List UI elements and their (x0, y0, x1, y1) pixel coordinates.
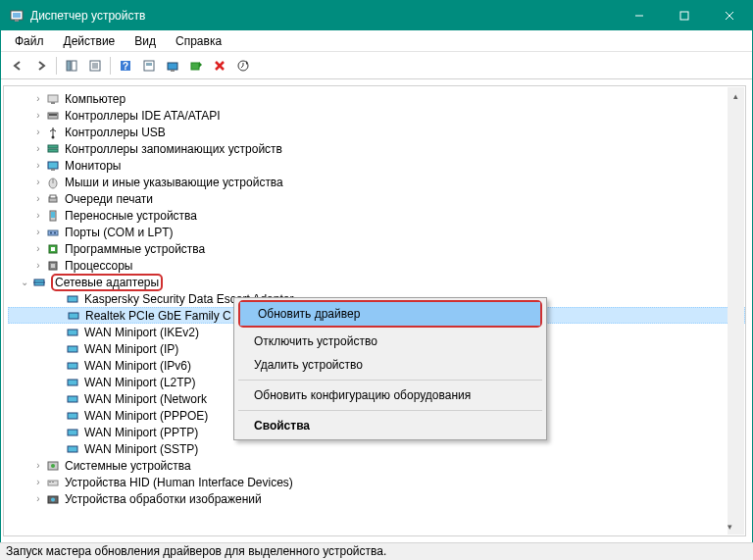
tree-item[interactable]: ›Устройства HID (Human Interface Devices… (8, 474, 745, 490)
minimize-button[interactable] (617, 1, 662, 30)
svg-rect-50 (68, 346, 77, 352)
svg-rect-4 (680, 12, 688, 20)
tree-item[interactable]: ›Процессоры (8, 257, 745, 274)
separator (238, 380, 542, 381)
usb-icon (45, 125, 61, 140)
close-button[interactable] (707, 1, 752, 30)
ide-icon (45, 108, 61, 124)
svg-rect-60 (49, 482, 51, 483)
disable-button[interactable] (185, 55, 207, 76)
svg-rect-16 (146, 63, 152, 66)
svg-rect-24 (51, 102, 55, 104)
svg-rect-1 (13, 13, 21, 18)
svg-rect-59 (48, 481, 58, 485)
ctx-scan-hardware[interactable]: Обновить конфигурацию оборудования (236, 383, 544, 407)
svg-rect-38 (48, 230, 58, 235)
ctx-update-driver[interactable]: Обновить драйвер (240, 302, 540, 326)
svg-rect-42 (51, 247, 55, 251)
scroll-down-icon[interactable]: ▾ (728, 518, 732, 535)
tree-item[interactable]: ›Системные устройства (8, 457, 745, 474)
tree-item[interactable]: ›Контроллеры запоминающих устройств (8, 140, 745, 157)
adapter-icon (65, 358, 80, 374)
expander-icon[interactable]: › (31, 110, 45, 121)
expander-icon[interactable]: › (31, 177, 45, 187)
scan-hardware-button[interactable] (138, 55, 160, 76)
expander-icon[interactable]: › (31, 210, 45, 221)
storage-icon (45, 141, 61, 157)
expander-icon[interactable]: › (31, 193, 45, 204)
expander-icon[interactable]: › (31, 493, 45, 504)
scroll-up-icon[interactable]: ▴ (728, 87, 744, 104)
ctx-properties[interactable]: Свойства (236, 414, 544, 437)
tree-item[interactable]: WAN Miniport (SSTP) (8, 440, 745, 457)
expander-icon[interactable]: › (31, 260, 45, 271)
svg-rect-19 (191, 63, 199, 70)
menu-file[interactable]: Файл (5, 32, 54, 50)
svg-rect-7 (67, 61, 71, 71)
tree-item[interactable]: ›Очереди печати (8, 190, 745, 207)
expander-icon[interactable]: › (31, 93, 45, 104)
toolbar: ? (1, 52, 752, 79)
menu-view[interactable]: Вид (125, 32, 166, 50)
svg-rect-31 (51, 169, 55, 171)
device-tree[interactable]: ›Компьютер ›Контроллеры IDE ATA/ATAPI ›К… (3, 85, 746, 536)
hid-icon (45, 475, 61, 490)
menu-help[interactable]: Справка (166, 32, 231, 50)
titlebar[interactable]: Диспетчер устройств (1, 1, 752, 30)
tree-item[interactable]: ›Программные устройства (8, 240, 745, 257)
help-button[interactable]: ? (115, 55, 136, 76)
port-icon (45, 225, 61, 240)
adapter-icon (65, 291, 80, 307)
svg-rect-61 (52, 482, 54, 483)
refresh-button[interactable] (232, 55, 254, 76)
svg-rect-52 (68, 380, 77, 385)
adapter-icon (65, 408, 80, 424)
tree-item[interactable]: ›Мониторы (8, 157, 745, 174)
monitor-icon (45, 158, 61, 174)
expander-icon[interactable]: › (31, 127, 45, 137)
adapter-icon (66, 308, 81, 324)
tree-item[interactable]: ›Устройства обработки изображений (8, 490, 745, 507)
adapter-icon (65, 341, 80, 357)
expander-icon[interactable]: › (31, 160, 45, 171)
portable-icon (45, 208, 61, 224)
back-button[interactable] (7, 55, 28, 76)
context-menu: Обновить драйвер Отключить устройство Уд… (233, 297, 547, 440)
svg-point-58 (51, 464, 55, 468)
expander-icon[interactable]: › (31, 143, 45, 154)
expander-icon[interactable]: › (31, 477, 45, 487)
svg-rect-2 (15, 20, 19, 22)
uninstall-button[interactable] (209, 55, 230, 76)
device-manager-window: Диспетчер устройств Файл Действие Вид Сп… (0, 0, 753, 543)
tree-item[interactable]: ›Компьютер (8, 90, 745, 107)
menu-action[interactable]: Действие (54, 32, 126, 50)
svg-rect-18 (171, 70, 175, 72)
expander-icon[interactable]: › (31, 460, 45, 471)
mouse-icon (45, 175, 61, 190)
properties-button[interactable] (84, 55, 106, 76)
tree-item[interactable]: ›Мыши и иные указывающие устройства (8, 174, 745, 190)
menubar: Файл Действие Вид Справка (1, 30, 752, 52)
status-text: Запуск мастера обновления драйверов для … (6, 544, 386, 558)
expander-icon[interactable]: › (31, 243, 45, 254)
tree-item[interactable]: ›Контроллеры IDE ATA/ATAPI (8, 107, 745, 124)
maximize-button[interactable] (662, 1, 707, 30)
svg-rect-47 (68, 296, 77, 302)
svg-rect-44 (51, 264, 55, 268)
tree-item-network-adapters[interactable]: ⌄ Сетевые адаптеры (8, 274, 745, 290)
tree-item[interactable]: ›Контроллеры USB (8, 124, 745, 140)
svg-rect-54 (68, 413, 77, 419)
update-driver-button[interactable] (162, 55, 183, 76)
forward-button[interactable] (30, 55, 52, 76)
show-hide-tree-button[interactable] (61, 55, 82, 76)
expander-icon[interactable]: › (31, 227, 45, 237)
svg-rect-49 (68, 330, 77, 335)
ctx-disable-device[interactable]: Отключить устройство (236, 330, 544, 353)
tree-item[interactable]: ›Переносные устройства (8, 207, 745, 224)
vertical-scrollbar[interactable]: ▴ ▾ (728, 87, 744, 535)
expander-icon[interactable]: ⌄ (18, 277, 31, 287)
tree-item[interactable]: ›Порты (COM и LPT) (8, 224, 745, 240)
cpu-icon (45, 258, 61, 274)
ctx-delete-device[interactable]: Удалить устройство (236, 353, 544, 377)
svg-text:?: ? (123, 61, 128, 72)
